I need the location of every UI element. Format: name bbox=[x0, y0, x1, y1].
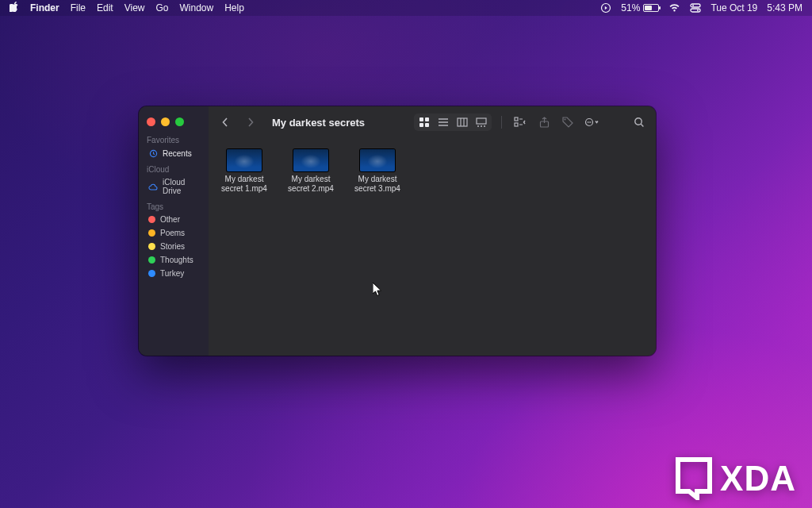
menu-bar: Finder File Edit View Go Window Help 51%… bbox=[0, 0, 812, 16]
toolbar-divider bbox=[501, 116, 502, 129]
forward-button[interactable] bbox=[242, 114, 259, 131]
svg-rect-10 bbox=[458, 118, 467, 126]
tag-dot-icon bbox=[148, 216, 155, 223]
tag-dot-icon bbox=[148, 243, 155, 250]
xda-logo-icon bbox=[676, 457, 712, 500]
menu-date[interactable]: Tue Oct 19 bbox=[710, 2, 757, 13]
sidebar-item-label: iCloud Drive bbox=[163, 178, 202, 195]
file-item[interactable]: My darkest secret 2.mp4 bbox=[283, 149, 339, 194]
file-name: My darkest secret 3.mp4 bbox=[347, 175, 408, 194]
maximize-button[interactable] bbox=[175, 117, 184, 126]
finder-main: My darkest secrets My darkest secret bbox=[209, 106, 656, 356]
sidebar-tag-stories[interactable]: Stories bbox=[147, 240, 204, 253]
svg-rect-8 bbox=[419, 123, 423, 127]
svg-point-20 bbox=[635, 118, 642, 125]
control-center-icon[interactable] bbox=[690, 3, 701, 13]
menu-view[interactable]: View bbox=[124, 2, 145, 13]
search-button[interactable] bbox=[630, 114, 648, 131]
window-controls bbox=[147, 117, 204, 126]
menu-bar-right: 51% Tue Oct 19 5:43 PM bbox=[600, 2, 802, 13]
video-thumbnail-icon bbox=[227, 149, 262, 171]
menu-time[interactable]: 5:43 PM bbox=[767, 2, 802, 13]
sidebar-heading-favorites: Favorites bbox=[147, 136, 204, 144]
back-button[interactable] bbox=[216, 114, 234, 131]
menu-edit[interactable]: Edit bbox=[97, 2, 113, 13]
finder-toolbar: My darkest secrets bbox=[209, 106, 656, 138]
action-menu-button[interactable] bbox=[583, 114, 600, 131]
svg-rect-9 bbox=[425, 123, 429, 127]
svg-rect-6 bbox=[419, 117, 423, 121]
minimize-button[interactable] bbox=[161, 117, 170, 126]
battery-percentage: 51% bbox=[621, 2, 640, 13]
wifi-icon[interactable] bbox=[668, 3, 680, 13]
apple-menu-icon[interactable] bbox=[10, 2, 19, 14]
sidebar-tag-thoughts[interactable]: Thoughts bbox=[147, 253, 204, 267]
menu-app-name[interactable]: Finder bbox=[30, 2, 59, 13]
sidebar-item-label: Thoughts bbox=[160, 256, 193, 264]
menu-help[interactable]: Help bbox=[224, 2, 244, 13]
tags-button[interactable] bbox=[559, 114, 576, 131]
file-name: My darkest secret 1.mp4 bbox=[213, 175, 275, 194]
svg-point-4 bbox=[697, 10, 699, 11]
column-view-button[interactable] bbox=[453, 114, 472, 130]
finder-title: My darkest secrets bbox=[272, 117, 365, 129]
icon-view-button[interactable] bbox=[415, 114, 434, 130]
svg-point-19 bbox=[590, 121, 592, 123]
sidebar-tag-poems[interactable]: Poems bbox=[147, 226, 204, 240]
menu-window[interactable]: Window bbox=[180, 2, 214, 13]
finder-sidebar: Favorites Recents iCloud iCloud Drive Ta… bbox=[139, 106, 209, 356]
share-button[interactable] bbox=[535, 114, 553, 131]
sidebar-heading-icloud: iCloud bbox=[147, 165, 204, 174]
svg-rect-11 bbox=[477, 118, 486, 124]
sidebar-item-recents[interactable]: Recents bbox=[147, 146, 204, 160]
sidebar-tag-other[interactable]: Other bbox=[147, 213, 204, 226]
clock-icon bbox=[148, 148, 158, 158]
watermark-text: XDA bbox=[720, 459, 796, 498]
tag-dot-icon bbox=[148, 229, 155, 237]
finder-window: Favorites Recents iCloud iCloud Drive Ta… bbox=[139, 106, 656, 356]
sidebar-item-label: Poems bbox=[160, 229, 185, 237]
gallery-view-button[interactable] bbox=[472, 114, 491, 130]
menu-go[interactable]: Go bbox=[156, 2, 169, 13]
svg-point-17 bbox=[588, 121, 589, 123]
svg-point-18 bbox=[588, 121, 590, 123]
cloud-icon bbox=[148, 182, 158, 191]
sidebar-tag-turkey[interactable]: Turkey bbox=[147, 267, 204, 280]
mouse-cursor-icon bbox=[373, 283, 382, 297]
file-name: My darkest secret 2.mp4 bbox=[280, 175, 342, 194]
battery-status[interactable]: 51% bbox=[621, 2, 659, 13]
tag-dot-icon bbox=[148, 256, 155, 264]
list-view-button[interactable] bbox=[434, 114, 453, 130]
video-thumbnail-icon bbox=[293, 149, 328, 171]
close-button[interactable] bbox=[147, 117, 155, 126]
sidebar-item-label: Stories bbox=[160, 242, 185, 251]
tag-dot-icon bbox=[148, 270, 155, 277]
battery-icon bbox=[643, 4, 659, 12]
svg-rect-1 bbox=[691, 4, 700, 7]
file-item[interactable]: My darkest secret 1.mp4 bbox=[216, 149, 272, 194]
playback-icon[interactable] bbox=[600, 2, 611, 13]
watermark: XDA bbox=[676, 457, 796, 500]
file-item[interactable]: My darkest secret 3.mp4 bbox=[350, 149, 405, 194]
menu-file[interactable]: File bbox=[71, 2, 86, 13]
sidebar-item-label: Other bbox=[160, 215, 180, 224]
svg-rect-12 bbox=[515, 117, 518, 121]
view-mode-segmented bbox=[414, 114, 492, 131]
svg-rect-7 bbox=[425, 117, 429, 121]
sidebar-item-label: Recents bbox=[163, 149, 192, 158]
svg-point-3 bbox=[692, 5, 694, 6]
sidebar-item-label: Turkey bbox=[160, 269, 184, 278]
sidebar-item-icloud-drive[interactable]: iCloud Drive bbox=[147, 175, 204, 198]
video-thumbnail-icon bbox=[360, 149, 395, 171]
svg-rect-2 bbox=[691, 9, 700, 12]
sidebar-heading-tags: Tags bbox=[147, 202, 204, 211]
menu-bar-left: Finder File Edit View Go Window Help bbox=[10, 2, 244, 14]
svg-point-15 bbox=[565, 119, 566, 121]
group-by-button[interactable] bbox=[511, 114, 529, 131]
finder-content[interactable]: My darkest secret 1.mp4 My darkest secre… bbox=[209, 138, 656, 356]
svg-rect-13 bbox=[515, 123, 518, 126]
